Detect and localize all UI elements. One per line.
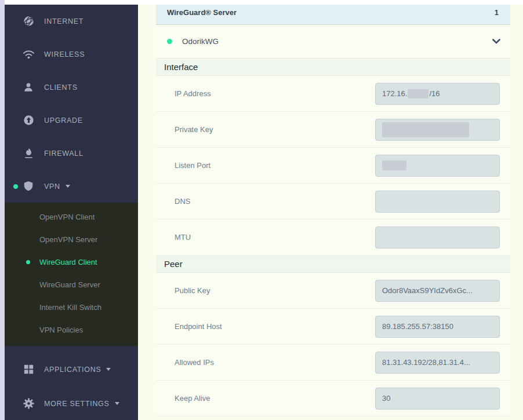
server-count: 1	[495, 8, 499, 24]
submenu-item-vpn-policies[interactable]: VPN Policies	[5, 319, 138, 341]
sidebar-nav: INTERNET WIRELESS CLIENTS UPGRADE FIREWA…	[5, 5, 138, 203]
field-row-public-key: Public Key Odor8VaaxS9YIdZv6xGc...	[156, 273, 510, 309]
upgrade-icon	[22, 115, 35, 126]
page-title: WireGuard® Server	[167, 8, 237, 24]
sidebar: INTERNET WIRELESS CLIENTS UPGRADE FIREWA…	[5, 5, 138, 420]
field-row-ip-address: IP Address 172.16./16	[156, 76, 510, 112]
sidebar-item-label: WIRELESS	[44, 50, 85, 59]
dns-input[interactable]	[375, 191, 500, 213]
sidebar-item-wireless[interactable]: WIRELESS	[5, 38, 138, 71]
chevron-down-icon[interactable]	[492, 39, 500, 44]
field-value: Odor8VaaxS9YIdZv6xGc...	[382, 286, 473, 295]
submenu-item-label: WireGuard Server	[39, 280, 100, 289]
public-key-input[interactable]: Odor8VaaxS9YIdZv6xGc...	[375, 280, 500, 302]
submenu-item-label: WireGuard Client	[39, 258, 97, 266]
server-name: OdorikWG	[182, 37, 219, 46]
submenu-item-wireguard-server[interactable]: WireGuard Server	[5, 273, 138, 296]
sidebar-item-label: UPGRADE	[44, 116, 83, 125]
submenu-item-label: OpenVPN Server	[39, 235, 97, 244]
shield-icon	[22, 181, 35, 192]
field-label: Listen Port	[175, 161, 210, 170]
field-label: Private Key	[175, 125, 213, 134]
field-row-endpoint-host: Endpoint Host 89.185.255.57:38150	[156, 309, 510, 345]
field-label: IP Address	[175, 89, 211, 98]
server-row-odorikwg[interactable]: OdorikWG	[156, 25, 510, 59]
field-label: Keep Alive	[175, 394, 210, 403]
window-left-strip	[0, 0, 5, 420]
section-header-interface: Interface	[156, 59, 510, 76]
sidebar-item-label: MORE SETTINGS	[44, 400, 110, 408]
vpn-submenu: OpenVPN Client OpenVPN Server WireGuard …	[5, 203, 138, 346]
sidebar-item-more-settings[interactable]: MORE SETTINGS	[5, 386, 138, 420]
field-value: 81.31.43.192/28,81.31.4...	[382, 358, 470, 367]
panel-header: WireGuard® Server 1	[156, 5, 510, 25]
sidebar-item-internet[interactable]: INTERNET	[5, 5, 138, 38]
sidebar-item-label: VPN	[44, 182, 60, 191]
field-label: DNS	[175, 197, 190, 206]
field-label: Endpoint Host	[175, 322, 222, 331]
field-row-private-key: Private Key	[156, 112, 510, 148]
submenu-item-label: OpenVPN Client	[39, 213, 95, 221]
submenu-item-openvpn-server[interactable]: OpenVPN Server	[5, 228, 138, 251]
sidebar-item-label: APPLICATIONS	[44, 366, 101, 374]
redaction-blur	[408, 89, 428, 98]
window-top-strip	[5, 0, 523, 5]
grid-icon	[22, 364, 35, 374]
firewall-icon	[22, 148, 35, 159]
section-title: Interface	[164, 62, 198, 72]
field-value: 30	[382, 394, 390, 403]
ip-address-input[interactable]: 172.16./16	[375, 83, 500, 105]
sidebar-item-upgrade[interactable]: UPGRADE	[5, 104, 138, 137]
section-title: Peer	[164, 259, 183, 269]
submenu-item-label: VPN Policies	[39, 326, 83, 334]
wifi-icon	[22, 49, 35, 59]
submenu-item-internet-kill-switch[interactable]: Internet Kill Switch	[5, 296, 138, 319]
wireguard-server-panel: WireGuard® Server 1 OdorikWG Interface I…	[156, 5, 510, 417]
value-suffix: /16	[429, 89, 440, 98]
submenu-item-label: Internet Kill Switch	[39, 303, 101, 312]
allowed-ips-input[interactable]: 81.31.43.192/28,81.31.4...	[375, 352, 500, 374]
redaction-blur	[382, 160, 406, 170]
sidebar-item-firewall[interactable]: FIREWALL	[5, 137, 138, 170]
field-row-allowed-ips: Allowed IPs 81.31.43.192/28,81.31.4...	[156, 345, 510, 381]
listen-port-input[interactable]	[375, 155, 500, 177]
mtu-input[interactable]	[375, 227, 500, 249]
globe-icon	[22, 16, 35, 27]
keep-alive-input[interactable]: 30	[375, 388, 500, 410]
value-prefix: 172.16.	[382, 89, 407, 98]
vpn-connected-dot	[13, 184, 18, 189]
field-label: Public Key	[175, 286, 210, 295]
sidebar-item-clients[interactable]: CLIENTS	[5, 71, 138, 104]
sidebar-item-applications[interactable]: APPLICATIONS	[5, 352, 138, 386]
user-icon	[22, 82, 35, 93]
field-value: 89.185.255.57:38150	[382, 322, 453, 331]
submenu-item-wireguard-client[interactable]: WireGuard Client	[5, 251, 138, 273]
active-item-dot	[26, 260, 30, 264]
sidebar-item-label: INTERNET	[44, 17, 83, 25]
submenu-item-openvpn-client[interactable]: OpenVPN Client	[5, 206, 138, 228]
gear-icon	[22, 398, 35, 409]
field-label: Allowed IPs	[175, 358, 214, 367]
sidebar-item-label: CLIENTS	[44, 83, 78, 92]
field-row-dns: DNS	[156, 184, 510, 220]
chevron-down-icon	[106, 368, 111, 371]
private-key-input[interactable]	[375, 119, 500, 141]
chevron-down-icon	[66, 185, 70, 188]
chevron-down-icon	[115, 402, 119, 405]
sidebar-nav-bottom: APPLICATIONS MORE SETTINGS	[5, 346, 138, 420]
field-label: MTU	[175, 233, 191, 242]
field-row-keep-alive: Keep Alive 30	[156, 381, 510, 417]
field-row-mtu: MTU	[156, 220, 510, 255]
sidebar-item-label: FIREWALL	[44, 149, 83, 158]
status-dot	[167, 39, 172, 44]
field-row-listen-port: Listen Port	[156, 148, 510, 184]
sidebar-item-vpn[interactable]: VPN	[5, 170, 138, 203]
redaction-blur	[382, 122, 469, 137]
section-header-peer: Peer	[156, 255, 510, 273]
endpoint-host-input[interactable]: 89.185.255.57:38150	[375, 316, 500, 338]
